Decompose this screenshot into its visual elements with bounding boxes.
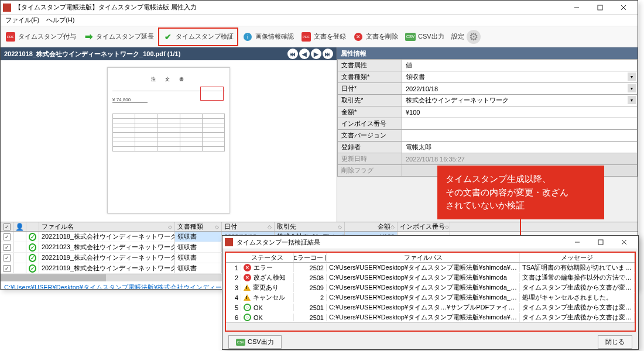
preview-table	[112, 113, 225, 152]
chevron-down-icon[interactable]: ▾	[628, 84, 636, 92]
nav-first[interactable]: ⏮	[287, 49, 298, 59]
close-button[interactable]	[612, 1, 635, 14]
titlebar: 【タイムスタンプ電帳法版】タイムスタンプ電帳法版 属性入力	[1, 1, 638, 15]
cell-msg: タイムスタンプ生成後から文書は変更されていません	[520, 303, 635, 312]
row-checkbox[interactable]	[4, 233, 11, 240]
prop-registrar-value[interactable]: 電帳太郎	[402, 142, 638, 153]
verify-hscroll[interactable]	[226, 322, 635, 331]
minimize-button[interactable]	[565, 1, 588, 14]
col-filename[interactable]: ファイル名	[42, 222, 168, 231]
menu-file[interactable]: ファイル(F)	[5, 16, 39, 25]
tb-delete[interactable]: ✕ 文書を削除	[350, 27, 402, 46]
csv-export-button[interactable]: CSV CSV出力	[228, 335, 282, 349]
tb-stamp[interactable]: PDF タイムスタンプ付与	[2, 27, 80, 46]
cell-path: C:¥Users¥USER¥Desktop¥タイムスタンプ電帳法版¥shimod…	[327, 283, 520, 292]
svg-rect-1	[598, 5, 602, 10]
maximize-button[interactable]	[588, 1, 612, 14]
cell-path: C:¥Users¥USER¥Desktop¥タイムスタンプ電帳法版¥shimod…	[327, 273, 520, 282]
cell-filename: 20221019_株式会社ウインディーネットワーク_1_001.pdf	[39, 263, 175, 273]
close-dialog-button[interactable]: 閉じる	[598, 335, 632, 349]
cell-msg: TSA証明書の有効期限が切れています。	[520, 263, 635, 272]
warn-icon	[244, 294, 251, 301]
cell-status: ○ OK	[241, 314, 294, 321]
tb-register-label: 文書を登録	[314, 32, 346, 41]
prop-invoice-value[interactable]	[402, 118, 638, 130]
col-invoice[interactable]: インボイス番号	[400, 222, 445, 231]
error-icon: ✕	[244, 264, 251, 271]
verify-titlebar: タイムスタンプ一括検証結果	[222, 236, 638, 249]
prop-version-value[interactable]	[402, 130, 638, 142]
preview-title: 注 文 書	[112, 76, 225, 82]
verify-row[interactable]: 5○ OK2501C:¥Users¥USER¥Desktop¥タイムスタ…¥サン…	[226, 302, 635, 312]
error-icon: ✕	[244, 274, 251, 281]
prop-amount-value[interactable]: ¥100	[402, 106, 638, 118]
verify-row[interactable]: 1✕ エラー2502C:¥Users¥USER¥Desktop¥タイムスタンプ電…	[226, 263, 635, 273]
row-checkbox[interactable]	[4, 265, 11, 272]
col-date[interactable]: 日付	[224, 222, 268, 231]
chevron-down-icon[interactable]: ▾	[628, 96, 636, 104]
cell-path: C:¥Users¥USER¥Desktop¥タイムスタンプ電帳法版¥shimod…	[327, 293, 520, 302]
tb-verify[interactable]: ✔ タイムスタンプ検証	[158, 27, 238, 46]
chevron-down-icon[interactable]: ▾	[628, 73, 636, 81]
svg-rect-5	[598, 240, 603, 245]
prop-doctype-value[interactable]: 領収書▾	[402, 71, 638, 83]
prop-registrar-label: 登録者	[338, 142, 402, 153]
cell-status: 変更あり	[241, 283, 294, 292]
verify-row[interactable]: 2✕ 改ざん検知2508C:¥Users¥USER¥Desktop¥タイムスタン…	[226, 273, 635, 283]
menu-help[interactable]: ヘルプ(H)	[46, 16, 74, 25]
page-preview: 注 文 書 ¥ 74,800	[107, 67, 230, 214]
close-button[interactable]	[612, 236, 636, 249]
cell-index: 1	[226, 264, 241, 271]
prop-dest-value[interactable]: 株式会社ウインディーネットワーク▾	[402, 95, 638, 106]
status-ok-icon	[29, 254, 36, 262]
vcol-path[interactable]: ファイルパス	[327, 253, 520, 262]
verify-row[interactable]: 3 変更あり2509C:¥Users¥USER¥Desktop¥タイムスタンプ電…	[226, 283, 635, 292]
prop-date-value[interactable]: 2022/10/18▾	[402, 83, 638, 95]
status-ok-icon	[29, 233, 36, 241]
props-header: 属性情報	[337, 47, 638, 59]
vcol-status[interactable]: ステータス	[241, 253, 294, 262]
col-doctype[interactable]: 文書種類	[177, 222, 215, 231]
tb-extend[interactable]: ➡ タイムスタンプ延長	[80, 27, 157, 46]
gear-icon: ⚙	[467, 30, 481, 44]
app-icon	[225, 238, 233, 246]
tb-register[interactable]: PDF 文書を登録	[297, 27, 350, 46]
nav-next[interactable]: ▶	[311, 49, 321, 59]
cell-status: キャンセル	[241, 293, 294, 302]
callout-text: タイムスタンプ生成以降、 その文書の内容が変更・改ざん されていないか検証	[446, 174, 568, 210]
row-checkbox[interactable]	[4, 244, 11, 251]
row-checkbox[interactable]	[4, 254, 11, 261]
cell-errcode: 2508	[294, 274, 327, 281]
verify-window: タイムスタンプ一括検証結果 ステータス エラーコード ファイルパス メッセージ …	[222, 235, 639, 350]
maximize-button[interactable]	[589, 236, 612, 249]
cell-path: C:¥Users¥USER¥Desktop¥タイムスタンプ電帳法版¥shimod…	[327, 263, 520, 272]
cell-errcode: 2501	[294, 314, 327, 321]
prop-invoice-label: インボイス番号	[338, 118, 402, 130]
cell-type: 領収書	[175, 242, 222, 252]
tb-csv[interactable]: CSV CSV出力	[402, 27, 448, 46]
flag-icon: 👤	[15, 223, 24, 231]
cell-status: ✕ 改ざん検知	[241, 273, 294, 282]
vcol-err[interactable]: エラーコード	[294, 253, 327, 262]
stamp-icon	[200, 87, 224, 101]
cell-index: 2	[226, 274, 241, 281]
cell-path: C:¥Users¥USER¥Desktop¥タイムスタ…¥サンプルPDFファイル…	[327, 303, 520, 312]
vcol-msg[interactable]: メッセージ	[520, 253, 635, 262]
cell-filename: 20221023_株式会社ウインディーネットワーク_1000.pdf	[39, 242, 175, 252]
close-label: 閉じる	[605, 338, 625, 346]
csv-export-label: CSV出力	[248, 338, 274, 346]
verify-row[interactable]: 4 キャンセル2C:¥Users¥USER¥Desktop¥タイムスタンプ電帳法…	[226, 292, 635, 302]
nav-prev[interactable]: ◀	[299, 49, 310, 59]
cell-type: 領収書	[175, 232, 222, 242]
tb-settings[interactable]: 設定 ⚙	[448, 27, 487, 46]
minimize-button[interactable]	[566, 236, 589, 249]
info-icon: i	[242, 32, 253, 42]
nav-last[interactable]: ⏭	[323, 49, 333, 59]
tb-imginfo[interactable]: i 画像情報確認	[239, 27, 297, 46]
col-dest[interactable]: 取引先	[277, 222, 338, 231]
verify-row[interactable]: 6○ OK2501C:¥Users¥USER¥Desktop¥タイムスタンプ電帳…	[226, 312, 635, 322]
col-amount[interactable]: 金額	[347, 222, 390, 231]
tb-delete-label: 文書を削除	[366, 32, 398, 41]
checkall[interactable]	[4, 223, 11, 230]
tb-csv-label: CSV出力	[418, 32, 444, 41]
